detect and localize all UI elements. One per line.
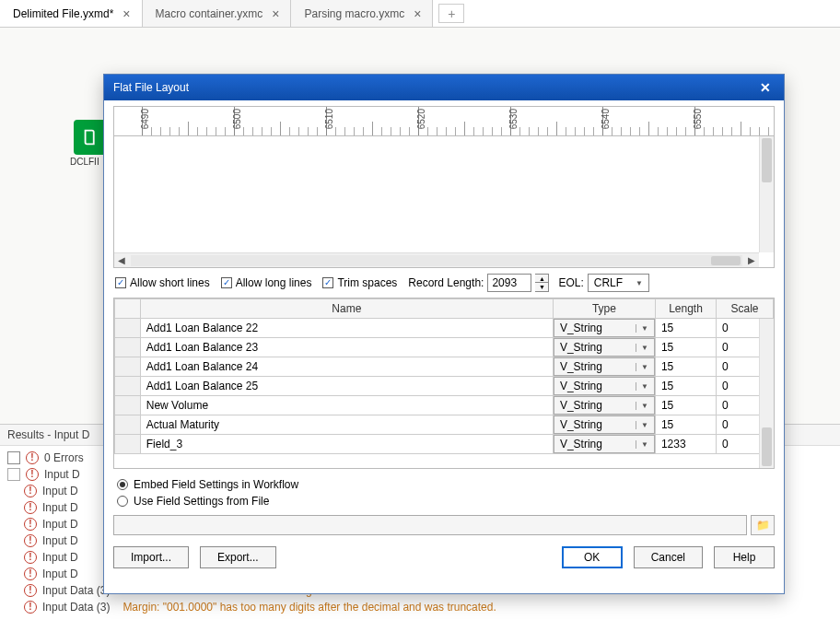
warning-icon: ! bbox=[24, 534, 37, 547]
chevron-down-icon: ▼ bbox=[636, 402, 652, 410]
length-cell[interactable]: 15 bbox=[655, 415, 716, 435]
settings-file-input[interactable] bbox=[113, 515, 747, 535]
name-cell[interactable]: Field_3 bbox=[140, 435, 553, 454]
log-item[interactable]: !Input Data (3)Margin: "001.0000" has to… bbox=[7, 599, 833, 615]
type-cell[interactable]: V_String▼ bbox=[553, 357, 655, 377]
type-cell[interactable]: V_String▼ bbox=[553, 396, 655, 415]
length-cell[interactable]: 15 bbox=[655, 377, 716, 396]
ruler-number: 6530 bbox=[508, 109, 519, 129]
table-row[interactable]: Field_3V_String▼12330 bbox=[115, 435, 774, 454]
type-cell[interactable]: V_String▼ bbox=[553, 338, 655, 357]
file-settings-radio[interactable]: Use Field Settings from File bbox=[117, 493, 771, 509]
table-row[interactable]: Add1 Loan Balance 23V_String▼150 bbox=[115, 338, 774, 357]
table-row[interactable]: Actual MaturityV_String▼150 bbox=[115, 415, 774, 435]
tab-label: Delimited File.yxmd* bbox=[13, 7, 113, 20]
name-cell[interactable]: Add1 Loan Balance 24 bbox=[140, 357, 553, 377]
vertical-scrollbar[interactable] bbox=[759, 136, 774, 252]
tab-bar: Delimited File.yxmd* × Macro container.y… bbox=[0, 0, 840, 28]
dialog-title: Flat File Layout bbox=[113, 81, 189, 94]
ruler-number: 6510 bbox=[324, 109, 334, 129]
warning-message: Margin: "001.0000" has too many digits a… bbox=[122, 601, 496, 614]
chevron-down-icon: ▼ bbox=[636, 363, 652, 371]
record-length-input[interactable]: 2093 bbox=[487, 274, 531, 292]
row-header[interactable] bbox=[115, 319, 141, 338]
length-cell[interactable]: 15 bbox=[655, 338, 716, 357]
tab-parsing-macro[interactable]: Parsing macro.yxmc × bbox=[291, 0, 433, 27]
record-length-spinner[interactable]: ▲▼ bbox=[535, 274, 549, 292]
chevron-down-icon: ▼ bbox=[636, 344, 652, 352]
eol-label: EOL: bbox=[558, 276, 583, 289]
scrollbar-thumb[interactable] bbox=[762, 427, 772, 466]
name-cell[interactable]: New Volume bbox=[140, 396, 553, 415]
length-cell[interactable]: 15 bbox=[655, 319, 716, 338]
name-cell[interactable]: Add1 Loan Balance 25 bbox=[140, 377, 553, 396]
browse-button[interactable]: 📁 bbox=[751, 515, 775, 535]
horizontal-scrollbar[interactable]: ◀ ▶ bbox=[114, 252, 759, 267]
row-header[interactable] bbox=[115, 338, 141, 357]
cancel-button[interactable]: Cancel bbox=[634, 546, 703, 568]
ruler-tick: 6490 bbox=[142, 107, 234, 136]
name-cell[interactable]: Actual Maturity bbox=[140, 415, 553, 435]
scale-header[interactable]: Scale bbox=[717, 299, 774, 319]
scrollbar-thumb[interactable] bbox=[711, 256, 741, 265]
folder-icon: 📁 bbox=[756, 519, 770, 532]
warning-icon: ! bbox=[24, 551, 37, 564]
warning-icon: ! bbox=[24, 584, 37, 597]
allow-long-lines-checkbox[interactable]: ✓Allow long lines bbox=[221, 276, 312, 289]
close-icon[interactable]: × bbox=[412, 7, 423, 20]
scroll-left-icon[interactable]: ◀ bbox=[114, 254, 129, 267]
row-header[interactable] bbox=[115, 377, 141, 396]
name-cell[interactable]: Add1 Loan Balance 22 bbox=[140, 319, 553, 338]
length-cell[interactable]: 15 bbox=[655, 396, 716, 415]
close-icon[interactable]: × bbox=[121, 7, 132, 20]
chevron-down-icon: ▼ bbox=[636, 382, 652, 391]
row-header[interactable] bbox=[115, 396, 141, 415]
name-cell[interactable]: Add1 Loan Balance 23 bbox=[140, 338, 553, 357]
table-row[interactable]: Add1 Loan Balance 24V_String▼150 bbox=[115, 357, 774, 377]
length-cell[interactable]: 1233 bbox=[655, 435, 716, 454]
ruler-number: 6550 bbox=[693, 109, 703, 129]
ruler-number: 6500 bbox=[232, 109, 242, 129]
scrollbar-track[interactable] bbox=[131, 255, 742, 266]
type-header[interactable]: Type bbox=[553, 299, 655, 319]
options-row: ✓Allow short lines ✓Allow long lines ✓Tr… bbox=[104, 270, 784, 296]
vertical-scrollbar[interactable] bbox=[759, 319, 774, 468]
spinner-up-icon[interactable]: ▲ bbox=[535, 275, 548, 283]
help-button[interactable]: Help bbox=[714, 546, 775, 568]
row-header[interactable] bbox=[115, 415, 141, 435]
name-header[interactable]: Name bbox=[140, 299, 553, 319]
row-header[interactable] bbox=[115, 357, 141, 377]
trim-spaces-checkbox[interactable]: ✓Trim spaces bbox=[322, 276, 397, 289]
rowhead-header[interactable] bbox=[115, 299, 141, 319]
export-button[interactable]: Export... bbox=[200, 546, 276, 568]
ruler-tick: 6550 bbox=[694, 107, 774, 136]
chevron-down-icon: ▼ bbox=[636, 421, 652, 429]
ruler[interactable]: 6490650065106520653065406550 bbox=[114, 107, 774, 136]
tab-delimited-file[interactable]: Delimited File.yxmd* × bbox=[0, 0, 143, 27]
eol-select[interactable]: CRLF▼ bbox=[588, 274, 649, 292]
close-icon[interactable]: × bbox=[270, 7, 281, 20]
type-cell[interactable]: V_String▼ bbox=[553, 319, 655, 338]
length-cell[interactable]: 15 bbox=[655, 357, 716, 377]
type-cell[interactable]: V_String▼ bbox=[553, 377, 655, 396]
embed-settings-radio[interactable]: Embed Field Settings in Workflow bbox=[117, 476, 771, 493]
dialog-titlebar[interactable]: Flat File Layout ✕ bbox=[104, 75, 784, 100]
spinner-down-icon[interactable]: ▼ bbox=[535, 283, 548, 291]
import-button[interactable]: Import... bbox=[113, 546, 189, 568]
type-cell[interactable]: V_String▼ bbox=[553, 415, 655, 435]
scrollbar-thumb[interactable] bbox=[762, 138, 772, 182]
warning-icon: ! bbox=[26, 468, 39, 481]
length-header[interactable]: Length bbox=[655, 299, 716, 319]
add-tab-button[interactable]: + bbox=[438, 4, 464, 23]
table-row[interactable]: Add1 Loan Balance 25V_String▼150 bbox=[115, 377, 774, 396]
ruler-body[interactable]: ◀ ▶ bbox=[114, 136, 774, 267]
type-cell[interactable]: V_String▼ bbox=[553, 435, 655, 454]
row-header[interactable] bbox=[115, 435, 141, 454]
table-row[interactable]: New VolumeV_String▼150 bbox=[115, 396, 774, 415]
allow-short-lines-checkbox[interactable]: ✓Allow short lines bbox=[115, 276, 210, 289]
scroll-right-icon[interactable]: ▶ bbox=[744, 254, 759, 267]
table-row[interactable]: Add1 Loan Balance 22V_String▼150 bbox=[115, 319, 774, 338]
close-icon[interactable]: ✕ bbox=[756, 80, 775, 95]
ok-button[interactable]: OK bbox=[562, 546, 623, 568]
tab-macro-container[interactable]: Macro container.yxmc × bbox=[143, 0, 292, 27]
